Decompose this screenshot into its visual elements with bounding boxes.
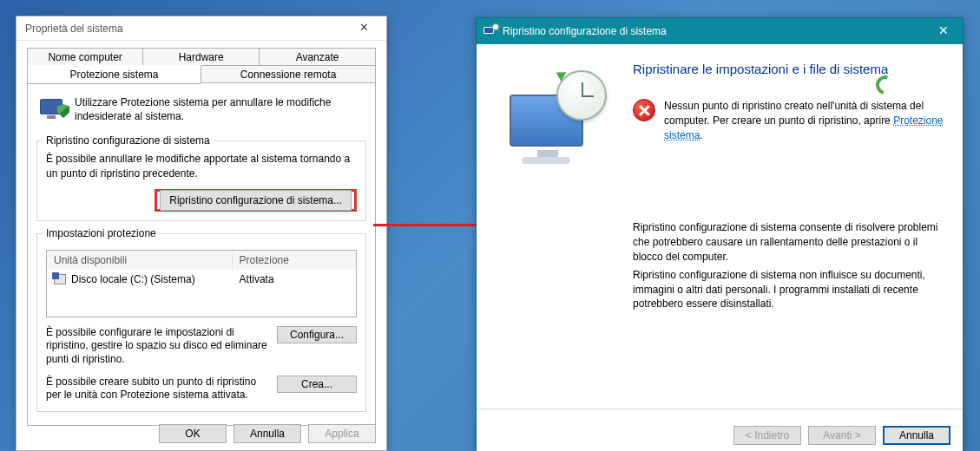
drive-name: Disco locale (C:) (Sistema) — [71, 273, 195, 285]
warn-post: . — [700, 129, 702, 141]
create-button[interactable]: Crea... — [277, 376, 357, 393]
col-drives: Unità disponibili — [47, 251, 233, 270]
dialog-footer: OK Annulla Applica — [159, 424, 376, 443]
drive-list[interactable]: Unità disponibili Protezione Disco local… — [46, 250, 357, 317]
cancel-button[interactable]: Annulla — [883, 426, 950, 445]
error-icon — [633, 99, 655, 121]
ok-button[interactable]: OK — [159, 424, 227, 443]
tab-content: Utilizzare Protezione sistema per annull… — [27, 82, 376, 426]
system-restore-wizard: Ripristino configurazione di sistema ✕ R… — [476, 17, 964, 451]
configure-text: È possibile configurare le impostazioni … — [46, 326, 270, 367]
tabs-row-bottom: Protezione sistema Connessione remota — [27, 65, 376, 83]
tabs-row-top: Nome computer Hardware Avanzate — [27, 48, 376, 65]
warn-pre: Nessun punto di ripristino creato nell'u… — [664, 100, 924, 127]
titlebar[interactable]: Ripristino configurazione di sistema ✕ — [477, 18, 963, 44]
warning-text: Nessun punto di ripristino creato nell'u… — [664, 99, 945, 142]
restore-hero-icon — [503, 69, 607, 173]
tab-remote[interactable]: Connessione remota — [201, 65, 376, 84]
intro-text: Utilizzare Protezione sistema per annull… — [75, 95, 366, 123]
drive-list-header: Unità disponibili Protezione — [47, 251, 356, 270]
cancel-button[interactable]: Annulla — [233, 424, 301, 443]
system-restore-button[interactable]: Ripristino configurazione di sistema... — [160, 190, 352, 211]
drive-status: Attivata — [233, 270, 356, 289]
wizard-heading: Ripristinare le impostazioni e i file di… — [633, 62, 945, 76]
tab-advanced[interactable]: Avanzate — [260, 48, 376, 66]
configure-button[interactable]: Configura... — [277, 326, 357, 343]
close-icon[interactable]: ✕ — [346, 19, 381, 38]
settings-groupbox: Impostazioni protezione Unità disponibil… — [36, 233, 366, 412]
apply-button: Applica — [308, 424, 376, 443]
drive-row[interactable]: Disco locale (C:) (Sistema) Attivata — [47, 270, 356, 289]
info-text: Ripristino configurazione di sistema con… — [633, 220, 945, 315]
info-para-2: Ripristino configurazione di sistema non… — [633, 268, 945, 311]
tab-hardware[interactable]: Hardware — [143, 48, 260, 66]
window-title: Proprietà del sistema — [25, 23, 346, 35]
tab-computer-name[interactable]: Nome computer — [27, 48, 143, 66]
create-text: È possibile creare subito un punto di ri… — [46, 376, 270, 402]
close-icon[interactable]: ✕ — [924, 18, 963, 44]
back-button: < Indietro — [733, 426, 801, 445]
system-properties-dialog: Proprietà del sistema ✕ Nome computer Ha… — [16, 16, 387, 451]
settings-legend: Impostazioni protezione — [43, 227, 160, 239]
restore-desc: È possibile annullare le modifiche appor… — [46, 152, 357, 180]
protection-shield-icon — [40, 95, 68, 123]
restore-icon — [483, 24, 497, 38]
warning-row: Nessun punto di ripristino creato nell'u… — [633, 99, 945, 142]
window-title: Ripristino configurazione di sistema — [503, 25, 924, 37]
next-button: Avanti > — [808, 426, 876, 445]
disk-icon — [54, 274, 66, 284]
titlebar[interactable]: Proprietà del sistema ✕ — [16, 16, 386, 41]
info-para-1: Ripristino configurazione di sistema con… — [633, 220, 945, 264]
col-protection: Protezione — [233, 251, 356, 270]
highlight-annotation: Ripristino configurazione di sistema... — [155, 189, 357, 212]
restore-legend: Ripristino configurazione di sistema — [43, 134, 214, 147]
tab-system-protection[interactable]: Protezione sistema — [27, 65, 201, 84]
wizard-footer: < Indietro Avanti > Annulla — [477, 409, 963, 451]
restore-groupbox: Ripristino configurazione di sistema È p… — [36, 141, 366, 220]
wizard-sidebar — [494, 62, 615, 400]
